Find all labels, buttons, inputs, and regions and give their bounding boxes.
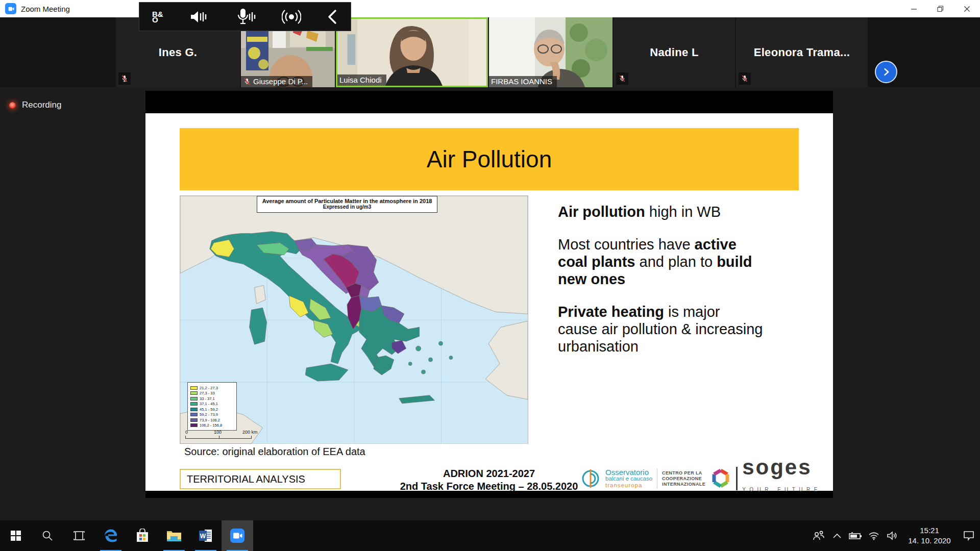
- pollution-map: Average amount of Particulate Matter in …: [180, 195, 528, 444]
- legend-label: 37,1 - 45,1: [200, 402, 218, 406]
- muted-mic-icon: [118, 72, 131, 85]
- footer-line1: ADRION 2021-2027: [387, 467, 591, 480]
- battery-icon[interactable]: [846, 520, 865, 551]
- windows-logo-icon: [11, 531, 21, 541]
- legend-label: 73,9 - 106,2: [200, 418, 220, 422]
- bang-olufsen-logo-icon: B&O: [152, 11, 163, 22]
- logo-divider: [657, 468, 657, 489]
- legend-swatch: [190, 423, 198, 427]
- centro-cooperazione-text: CENTRO PER LA COOPERAZIONE INTERNAZIONAL…: [662, 470, 705, 487]
- microsoft-store-icon: [136, 529, 149, 543]
- edge-taskbar-button[interactable]: [95, 520, 127, 551]
- search-icon: [42, 530, 53, 541]
- start-button[interactable]: [0, 520, 32, 551]
- back-icon[interactable]: [327, 9, 338, 25]
- legend-item: 27,3 - 33: [190, 391, 234, 396]
- footer-line2: 2nd Task Force Meeting – 28.05.2020: [387, 480, 591, 493]
- task-view-icon: [73, 531, 85, 541]
- legend-label: 21,2 - 27,3: [200, 386, 218, 390]
- obc-logo-icon: [580, 467, 601, 490]
- muted-mic-icon: [739, 72, 751, 85]
- shared-screen: Air Pollution: [145, 91, 833, 498]
- next-participants-button[interactable]: [875, 61, 897, 83]
- close-button[interactable]: [953, 0, 980, 17]
- volume-icon[interactable]: [883, 520, 901, 551]
- system-tray: 15:21 14. 10. 2020: [810, 520, 980, 551]
- recording-dot-icon: [9, 102, 16, 109]
- legend-label: 106,2 - 156,8: [200, 423, 222, 428]
- presentation-slide: Air Pollution: [145, 113, 833, 491]
- recording-label: Recording: [22, 100, 62, 110]
- microphone-icon[interactable]: [235, 8, 256, 26]
- muted-mic-icon: [243, 78, 251, 86]
- map-title-line1: Average amount of Particulate Matter in …: [258, 198, 436, 204]
- participant-name: Eleonora Trama...: [754, 46, 850, 59]
- legend-item: 106,2 - 156,8: [190, 423, 234, 429]
- legend-label: 45,1 - 59,2: [200, 407, 218, 412]
- legend-item: 59,2 - 73,9: [190, 412, 234, 418]
- slide-title-banner: Air Pollution: [180, 128, 799, 190]
- minimize-button[interactable]: [900, 0, 927, 17]
- legend-swatch: [190, 408, 198, 411]
- map-title-line2: Expressed in ug/m3: [258, 204, 436, 210]
- participant-name: Giuseppe Di P...: [253, 77, 308, 86]
- participant-name: Luisa Chiodi: [339, 76, 382, 84]
- windows-taskbar: W 15:21 14. 10. 2020: [0, 520, 980, 551]
- legend-item: 33 - 37,1: [190, 396, 234, 402]
- territorial-analysis-box: TERRITORIAL ANALYSIS: [180, 469, 341, 489]
- participant-tile-nadine[interactable]: Nadine L: [614, 17, 735, 87]
- window-title: Zoom Meeting: [21, 5, 70, 13]
- broadcast-icon[interactable]: [282, 8, 301, 26]
- legend-swatch: [190, 413, 198, 416]
- obc-logo-text: Osservatorio balcani e caucaso transeuro…: [605, 469, 652, 489]
- hidden-icons-chevron[interactable]: [828, 520, 846, 551]
- zoom-meeting-window: Zoom Meeting Ines G.: [0, 0, 980, 551]
- chevron-right-icon: [881, 67, 891, 77]
- zoom-taskbar-button[interactable]: [222, 520, 253, 551]
- map-source-note: Source: original elaboration of EEA data: [184, 446, 365, 458]
- muted-mic-icon: [616, 72, 628, 85]
- clock-time: 15:21: [901, 525, 958, 536]
- map-title-box: Average amount of Particulate Matter in …: [257, 196, 437, 213]
- wifi-icon[interactable]: [865, 520, 883, 551]
- legend-swatch: [190, 402, 198, 406]
- participant-name: Nadine L: [650, 46, 698, 59]
- participant-tile-luisa-active-speaker[interactable]: Luisa Chiodi: [336, 17, 488, 87]
- clock-date: 14. 10. 2020: [901, 536, 958, 546]
- legend-item: 37,1 - 45,1: [190, 402, 234, 407]
- legend-swatch: [190, 386, 198, 390]
- participant-tile-eleonora[interactable]: Eleonora Trama...: [736, 17, 868, 87]
- legend-swatch: [190, 418, 198, 422]
- scale-tick: 100: [214, 430, 222, 435]
- taskbar-clock[interactable]: 15:21 14. 10. 2020: [901, 525, 958, 546]
- legend-item: 73,9 - 106,2: [190, 417, 234, 423]
- task-view-button[interactable]: [63, 520, 95, 551]
- participant-tile-firbas[interactable]: FIRBAS IOANNIS: [489, 17, 612, 87]
- store-taskbar-button[interactable]: [127, 520, 158, 551]
- slide-footer: ADRION 2021-2027 2nd Task Force Meeting …: [387, 467, 591, 493]
- people-icon[interactable]: [810, 520, 828, 551]
- scale-tick: 200 km: [242, 430, 258, 435]
- bullet-coal-plants: Most countries have active coal plants a…: [558, 236, 763, 288]
- file-explorer-taskbar-button[interactable]: [158, 520, 190, 551]
- slide-title: Air Pollution: [427, 145, 552, 173]
- legend-label: 33 - 37,1: [200, 396, 215, 401]
- legend-item: 21,2 - 27,3: [190, 385, 234, 391]
- word-icon: W: [199, 529, 213, 543]
- soges-logo-text: soges YOUR FUTURE: [742, 459, 821, 498]
- legend-label: 59,2 - 73,9: [200, 412, 218, 417]
- file-explorer-icon: [166, 529, 182, 542]
- video-name-label: FIRBAS IOANNIS: [489, 76, 557, 87]
- recording-indicator: Recording: [9, 100, 62, 110]
- speaker-icon[interactable]: [189, 8, 209, 26]
- search-button[interactable]: [32, 520, 63, 551]
- participant-name: FIRBAS IOANNIS: [491, 77, 552, 86]
- audio-osd-toolbar: B&O: [139, 2, 351, 31]
- legend-item: 45,1 - 59,2: [190, 407, 234, 412]
- word-taskbar-button[interactable]: W: [190, 520, 222, 551]
- map-scale-bar: 0 100 200 km: [185, 430, 262, 439]
- restore-button[interactable]: [927, 0, 953, 17]
- video-name-label: Giuseppe Di P...: [241, 76, 312, 87]
- hexagon-logo-icon: [710, 468, 731, 489]
- action-center-button[interactable]: [958, 520, 980, 551]
